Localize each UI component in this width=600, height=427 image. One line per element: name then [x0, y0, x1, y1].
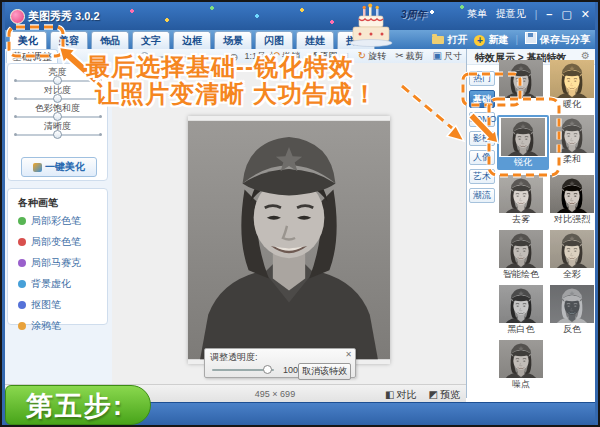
- effect-thumbnail: [550, 230, 594, 268]
- effect-thumbnail: [499, 175, 543, 213]
- original-button[interactable]: ↺原图: [309, 50, 337, 63]
- effect-category[interactable]: 基础: [469, 90, 495, 108]
- nav-tab[interactable]: 边框: [173, 31, 211, 49]
- opacity-popup: 调整透明度: ✕ 100% 取消该特效: [204, 348, 356, 378]
- brush-label: 抠图笔: [31, 298, 61, 312]
- effect-item[interactable]: 对比强烈: [547, 175, 597, 225]
- effect-label: 黑白色: [496, 324, 546, 335]
- opacity-slider[interactable]: [212, 369, 274, 371]
- brush-item[interactable]: 抠图笔: [18, 298, 107, 312]
- nav-tab[interactable]: 闪图: [255, 31, 293, 49]
- restore-icon[interactable]: ▢: [561, 8, 571, 21]
- effect-label: 全彩: [547, 269, 597, 280]
- effect-item[interactable]: 柔和: [547, 115, 597, 170]
- undo-icon: ↶: [272, 50, 280, 61]
- zoom-out-icon[interactable]: ⊖: [124, 51, 133, 63]
- brush-label: 局部马赛克: [31, 256, 81, 270]
- effect-item[interactable]: 黑白色: [496, 285, 546, 335]
- nav-tab[interactable]: 美容: [50, 31, 88, 49]
- open-button[interactable]: 打开: [432, 33, 467, 47]
- nav-tab[interactable]: 饰品: [91, 31, 129, 49]
- minimize-icon[interactable]: –: [546, 8, 552, 20]
- one-click-beautify-button[interactable]: 一键美化: [21, 157, 97, 177]
- menu-button[interactable]: 菜单: [467, 7, 487, 21]
- basic-adjust-box: 亮度对比度色彩饱和度清晰度 一键美化: [7, 63, 108, 181]
- effect-category[interactable]: LOMO: [469, 112, 495, 127]
- divider: |: [515, 34, 518, 45]
- photo-image: [188, 116, 390, 364]
- preview-button[interactable]: ◩预览: [429, 388, 460, 402]
- nav-tab[interactable]: 美化: [9, 31, 47, 49]
- brushes-box: 各种画笔 局部彩色笔局部变色笔局部马赛克背景虚化抠图笔涂鸦笔: [7, 188, 108, 325]
- popup-close-icon[interactable]: ✕: [345, 350, 352, 359]
- brush-item[interactable]: 背景虚化: [18, 277, 107, 291]
- effect-category[interactable]: 人像: [469, 150, 495, 165]
- slider-thumb[interactable]: [53, 94, 62, 103]
- effect-label: 噪点: [496, 379, 546, 390]
- effect-item[interactable]: 锐化: [497, 115, 549, 170]
- effect-category[interactable]: 影楼: [469, 131, 495, 146]
- effect-label: 去雾: [496, 214, 546, 225]
- cancel-effect-button[interactable]: 取消该特效: [298, 363, 351, 380]
- photo-canvas[interactable]: 调整透明度: ✕ 100% 取消该特效: [112, 63, 466, 384]
- effect-item[interactable]: 噪点: [496, 340, 546, 390]
- opacity-label: 调整透明度:: [210, 351, 258, 364]
- crop-button[interactable]: ✂裁剪: [395, 50, 423, 63]
- compare-button[interactable]: ◧对比: [385, 388, 416, 402]
- brush-item[interactable]: 局部彩色笔: [18, 214, 107, 228]
- brush-item[interactable]: 局部马赛克: [18, 256, 107, 270]
- effect-item[interactable]: 反色: [547, 285, 597, 335]
- effect-item[interactable]: 暖化: [547, 60, 597, 110]
- effect-category[interactable]: 潮流: [469, 188, 495, 203]
- slider-thumb[interactable]: [53, 76, 62, 85]
- zoom-in-icon[interactable]: ⊕: [229, 51, 238, 63]
- save-disk-icon: [525, 32, 537, 44]
- effects-grid: 暖化锐化柔和去雾对比强烈智能绘色全彩黑白色反色噪点: [496, 60, 597, 390]
- effect-item[interactable]: 去雾: [496, 175, 546, 225]
- close-icon[interactable]: ✕: [581, 8, 590, 21]
- adjust-slider: 对比度: [8, 85, 107, 100]
- slider-thumb[interactable]: [53, 130, 62, 139]
- adjust-slider: 色彩饱和度: [8, 103, 107, 118]
- slider-track[interactable]: [16, 98, 100, 100]
- effect-label: [496, 99, 546, 110]
- tab-basic-adjust[interactable]: 基础调整: [6, 49, 58, 64]
- nav-tab[interactable]: 场景: [214, 31, 252, 49]
- brushes-title: 各种画笔: [18, 196, 107, 210]
- image-dimensions: 495 × 699: [220, 389, 330, 399]
- save-share-button[interactable]: 保存与分享: [525, 32, 590, 47]
- effect-label: 暖化: [547, 99, 597, 110]
- effect-item[interactable]: 智能绘色: [496, 230, 546, 280]
- slider-track[interactable]: [16, 80, 100, 82]
- zoom-slider-thumb[interactable]: [140, 52, 149, 61]
- brush-pen-icon: [18, 322, 26, 330]
- slider-thumb[interactable]: [53, 112, 62, 121]
- brush-label: 局部变色笔: [31, 235, 81, 249]
- effect-category[interactable]: 热门: [469, 71, 495, 86]
- zoom-ratio-button[interactable]: 1:1尺寸: [244, 50, 275, 63]
- create-button[interactable]: +新建: [474, 33, 508, 47]
- plus-icon: +: [474, 35, 485, 46]
- brush-label: 背景虚化: [31, 277, 71, 291]
- feedback-button[interactable]: 提意见: [496, 7, 526, 21]
- step-badge: 第五步:: [5, 385, 151, 425]
- nav-tab[interactable]: 文字: [132, 31, 170, 49]
- undo-button[interactable]: ↶撤销: [272, 50, 300, 63]
- slider-track[interactable]: [16, 134, 100, 136]
- resize-button[interactable]: ▣尺寸: [433, 50, 462, 63]
- divider: |: [346, 52, 348, 62]
- rotate-button[interactable]: ↻旋转: [358, 50, 386, 63]
- effect-category[interactable]: 艺术: [469, 169, 495, 184]
- brush-item[interactable]: 涂鸦笔: [18, 319, 107, 333]
- effect-thumbnail: [499, 285, 543, 323]
- brush-item[interactable]: 局部变色笔: [18, 235, 107, 249]
- title-bar: 美图秀秀 3.0.2 菜单 提意见 | – ▢ ✕: [2, 2, 598, 30]
- adjust-slider: 清晰度: [8, 121, 107, 136]
- effect-item[interactable]: [496, 60, 546, 110]
- effect-item[interactable]: 全彩: [547, 230, 597, 280]
- opacity-slider-thumb[interactable]: [263, 365, 272, 374]
- slider-track[interactable]: [16, 116, 100, 118]
- nav-tab[interactable]: 娃娃: [296, 31, 334, 49]
- effect-thumbnail: [550, 175, 594, 213]
- zoom-slider[interactable]: [137, 56, 225, 58]
